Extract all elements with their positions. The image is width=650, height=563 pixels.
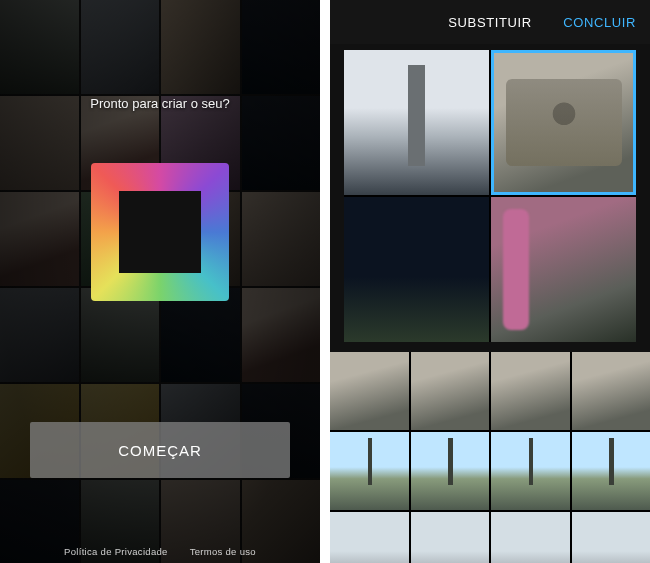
- collage-cell-0[interactable]: [344, 50, 489, 195]
- logo-gradient-frame-icon: [91, 163, 229, 301]
- gallery-thumb[interactable]: [572, 432, 651, 510]
- collage-cell-3[interactable]: [491, 197, 636, 342]
- gallery-thumb[interactable]: [330, 512, 409, 563]
- gallery-thumb[interactable]: [411, 432, 490, 510]
- gallery-thumb[interactable]: [491, 432, 570, 510]
- photo-gallery[interactable]: [330, 352, 650, 563]
- gallery-thumb[interactable]: [330, 352, 409, 430]
- done-button[interactable]: CONCLUIR: [563, 15, 636, 30]
- gallery-thumb[interactable]: [572, 352, 651, 430]
- topbar: SUBSTITUIR CONCLUIR: [330, 0, 650, 44]
- onboarding-screen: Pronto para criar o seu? COMEÇAR Polític…: [0, 0, 320, 563]
- topbar-title: SUBSTITUIR: [448, 15, 531, 30]
- collage-cell-1[interactable]: [491, 50, 636, 195]
- collage-cell-2[interactable]: [344, 197, 489, 342]
- gallery-thumb[interactable]: [491, 512, 570, 563]
- replace-photo-screen: SUBSTITUIR CONCLUIR: [330, 0, 650, 563]
- logo-center: [119, 191, 201, 273]
- start-button[interactable]: COMEÇAR: [30, 422, 290, 478]
- gallery-thumb[interactable]: [330, 432, 409, 510]
- gallery-thumb[interactable]: [411, 512, 490, 563]
- gallery-thumb[interactable]: [491, 352, 570, 430]
- legal-footer: Política de Privacidade Termos de uso: [0, 546, 320, 557]
- terms-link[interactable]: Termos de uso: [190, 546, 256, 557]
- gallery-thumb[interactable]: [572, 512, 651, 563]
- prompt-text: Pronto para criar o seu?: [0, 96, 320, 111]
- collage-preview: [344, 50, 636, 342]
- layout-app-logo: [91, 163, 229, 301]
- privacy-link[interactable]: Política de Privacidade: [64, 546, 168, 557]
- gallery-thumb[interactable]: [411, 352, 490, 430]
- start-button-label: COMEÇAR: [118, 442, 202, 459]
